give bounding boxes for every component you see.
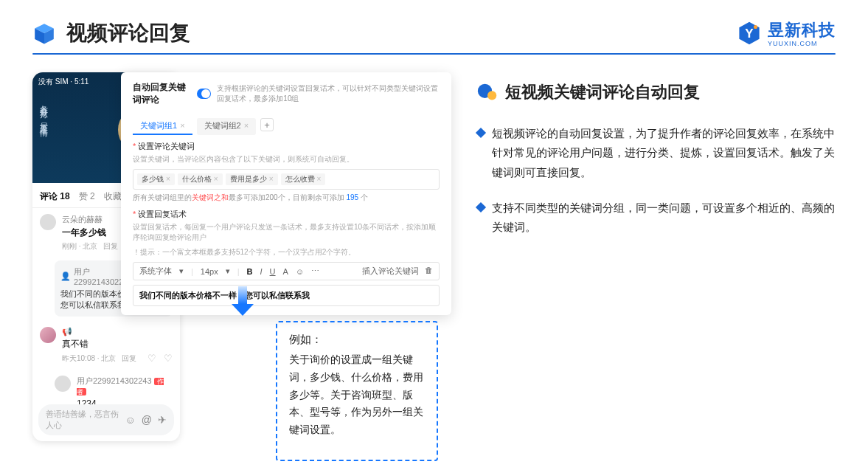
arrow-down-icon [232,286,254,316]
tab-comments[interactable]: 评论 18 [40,190,70,203]
page-title: 视频评论回复 [66,19,190,47]
avatar [40,327,56,343]
svg-text:Y: Y [745,27,754,41]
svg-point-7 [487,91,496,100]
at-icon: @ [142,414,152,426]
tab-likes[interactable]: 赞 2 [79,190,95,203]
reply-link[interactable]: 回复 [103,241,118,252]
avatar [40,214,56,230]
brand-logo: Y 昱新科技YUUXIN.COM [737,19,836,47]
diamond-icon [476,128,486,138]
heart-icon: ♡ [164,353,173,364]
toggle-switch[interactable] [197,89,211,99]
compose-input[interactable]: 善语结善缘，恶言伤人心 ☺ @ ✈ [38,404,174,435]
divider [32,53,836,55]
bullet-item: 短视频评论的自动回复设置，为了提升作者的评论回复效率，在系统中针对常见的评论用户… [477,124,836,182]
keyword-group-tab[interactable]: 关键词组2× [197,118,257,135]
heart-icon: ♡ [147,353,156,364]
diamond-icon [476,202,486,212]
settings-panel: 自动回复关键词评论 支持根据评论的关键词设置回复话术，可以针对不同类型关键词设置… [121,72,451,315]
example-box: 例如： 关于询价的设置成一组关键词，多少钱、什么价格，费用多少等。关于咨询班型、… [276,321,438,461]
tab-favs[interactable]: 收藏 [104,190,122,203]
add-group-button[interactable]: + [260,118,274,131]
bullet-item: 支持不同类型的关键词分组，同一类问题，可设置多个相近的、高频的关键词。 [477,198,836,238]
rich-text-toolbar[interactable]: 系统字体▾| 14px▾| BIUA☺⋯ 插入评论关键词🗑 [133,262,440,280]
keyword-input[interactable]: 多少钱× 什么价格× 费用是多少× 怎么收费× [133,169,440,190]
cube-icon [32,21,56,45]
chat-bubble-icon [477,82,498,103]
svg-point-5 [754,25,757,29]
user-icon: 👤 [60,272,71,281]
avatar [55,376,71,392]
reply-output: 我们不同的版本价格不一样，您可以私信联系我 [133,285,440,306]
emoji-icon: ☺ [296,267,304,276]
delete-icon: 🗑 [425,266,433,277]
keyword-group-tab[interactable]: 关键词组1× [133,118,192,135]
send-icon: ✈ [158,414,167,426]
screenshot-cluster: 没有 SIM · 5:11 各有千秋月，尽享万里情 评论 18 赞 2 收藏 云… [32,72,442,253]
emoji-icon: ☺ [125,414,135,426]
section-title: 短视频关键词评论自动回复 [505,81,700,103]
